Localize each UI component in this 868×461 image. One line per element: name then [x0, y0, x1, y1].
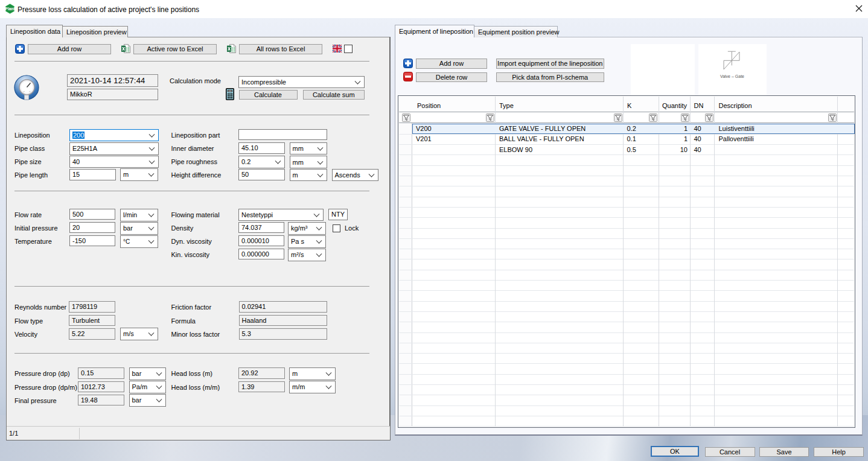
svg-text:Plant: Plant [5, 7, 15, 11]
svg-text:Valve – Gate: Valve – Gate [720, 74, 744, 78]
